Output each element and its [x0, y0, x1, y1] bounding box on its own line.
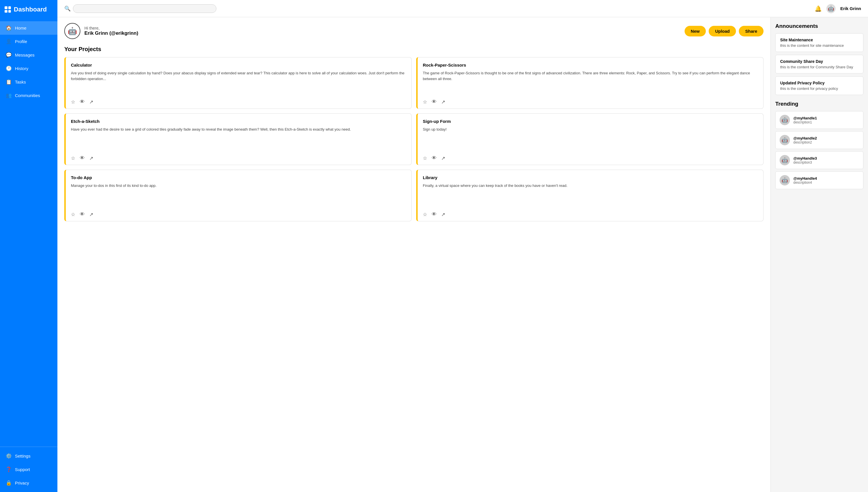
- announcement-privacy-policy: Updated Privacy Policy this is the conte…: [775, 76, 863, 95]
- star-icon[interactable]: ☆: [71, 212, 75, 218]
- trending-info-2: @myHandle2 description2: [793, 136, 817, 144]
- support-icon: ❓: [6, 466, 11, 472]
- project-card-calculator: Calculator Are you tired of doing every …: [64, 57, 412, 109]
- share-button[interactable]: Share: [739, 26, 764, 36]
- tasks-icon: 📋: [6, 79, 11, 85]
- content: 🤖 Hi there, Erik Grinn (@erikgrinn) New …: [57, 17, 868, 492]
- announcement-body-2: this is the content for Community Share …: [780, 65, 859, 69]
- trending-item-1[interactable]: 🤖 @myHandle1 description1: [775, 111, 863, 129]
- trending-avatar-1: 🤖: [779, 115, 790, 125]
- notification-icon[interactable]: 🔔: [815, 5, 822, 12]
- greeting-text: Hi there, Erik Grinn (@erikgrinn): [84, 26, 138, 36]
- view-icon[interactable]: 👁: [80, 155, 85, 161]
- sidebar-item-privacy[interactable]: 🔒 Privacy: [0, 476, 57, 490]
- user-avatar[interactable]: 🤖: [826, 4, 836, 13]
- greeting-buttons: New Upload Share: [685, 26, 764, 36]
- trending-handle-2: @myHandle2: [793, 136, 817, 140]
- search-input[interactable]: [73, 4, 217, 13]
- sidebar-title: Dashboard: [0, 0, 57, 19]
- project-actions-library: ☆ 👁 ↗: [423, 212, 758, 218]
- announcements-title: Announcements: [775, 23, 863, 29]
- project-desc-calculator: Are you tired of doing every single calc…: [71, 70, 406, 95]
- project-title-signup: Sign-up Form: [423, 119, 758, 124]
- announcement-title-1: Site Maintenance: [780, 38, 859, 42]
- sidebar-item-communities[interactable]: 👥 Communities: [0, 89, 57, 102]
- star-icon[interactable]: ☆: [423, 155, 427, 161]
- project-actions-signup: ☆ 👁 ↗: [423, 155, 758, 161]
- trending-info-3: @myHandle3 description3: [793, 156, 817, 165]
- greeting-bar: 🤖 Hi there, Erik Grinn (@erikgrinn) New …: [64, 23, 764, 39]
- main: 🔍 🔔 🤖 Erik Grinn 🤖 Hi there, Erik Grinn …: [57, 0, 868, 492]
- greeting-hi: Hi there,: [84, 26, 138, 30]
- topbar-right: 🔔 🤖 Erik Grinn: [815, 4, 861, 13]
- project-title-rps: Rock-Paper-Scissors: [423, 63, 758, 68]
- trending-title: Trending: [775, 101, 863, 107]
- sidebar: Dashboard 🏠 Home 👤 Profile 💬 Messages 🕐 …: [0, 0, 57, 492]
- trending-handle-1: @myHandle1: [793, 116, 817, 120]
- trending-handle-3: @myHandle3: [793, 156, 817, 161]
- share-icon[interactable]: ↗: [441, 99, 445, 105]
- announcement-body-3: this is the content for privacy policy: [780, 87, 859, 91]
- project-card-rps: Rock-Paper-Scissors The game of Rock-Pap…: [416, 57, 764, 109]
- history-icon: 🕐: [6, 66, 11, 72]
- sidebar-item-profile[interactable]: 👤 Profile: [0, 35, 57, 48]
- view-icon[interactable]: 👁: [432, 99, 437, 105]
- view-icon[interactable]: 👁: [80, 212, 85, 218]
- star-icon[interactable]: ☆: [71, 155, 75, 161]
- announcement-site-maintenance: Site Maintenance this is the content for…: [775, 33, 863, 52]
- sidebar-item-home[interactable]: 🏠 Home: [0, 21, 57, 35]
- settings-icon: ⚙️: [6, 453, 11, 459]
- star-icon[interactable]: ☆: [423, 99, 427, 105]
- sidebar-item-tasks[interactable]: 📋 Tasks: [0, 75, 57, 89]
- right-sidebar: Announcements Site Maintenance this is t…: [770, 17, 868, 492]
- dashboard-icon: [5, 6, 11, 13]
- share-icon[interactable]: ↗: [441, 155, 445, 161]
- share-icon[interactable]: ↗: [441, 212, 445, 218]
- sidebar-item-messages[interactable]: 💬 Messages: [0, 48, 57, 62]
- announcement-title-2: Community Share Day: [780, 59, 859, 64]
- project-title-todo: To-do App: [71, 175, 406, 180]
- project-desc-signup: Sign up today!: [423, 127, 758, 151]
- view-icon[interactable]: 👁: [432, 155, 437, 161]
- announcement-title-3: Updated Privacy Policy: [780, 81, 859, 85]
- profile-icon: 👤: [6, 39, 11, 45]
- trending-item-3[interactable]: 🤖 @myHandle3 description3: [775, 151, 863, 169]
- sidebar-item-settings[interactable]: ⚙️ Settings: [0, 449, 57, 463]
- project-title-library: Library: [423, 175, 758, 180]
- trending-avatar-3: 🤖: [779, 155, 790, 165]
- trending-info-4: @myHandle4 description4: [793, 176, 817, 184]
- upload-button[interactable]: Upload: [709, 26, 736, 36]
- share-icon[interactable]: ↗: [89, 99, 93, 105]
- trending-item-2[interactable]: 🤖 @myHandle2 description2: [775, 131, 863, 149]
- project-desc-library: Finally, a virtual space where you can k…: [423, 183, 758, 207]
- trending-desc-3: description3: [793, 161, 817, 165]
- share-icon[interactable]: ↗: [89, 212, 93, 218]
- user-name-label: Erik Grinn: [840, 6, 861, 11]
- view-icon[interactable]: 👁: [432, 212, 437, 218]
- sidebar-item-history[interactable]: 🕐 History: [0, 62, 57, 75]
- greeting-name: Erik Grinn (@erikgrinn): [84, 30, 138, 36]
- view-icon[interactable]: 👁: [80, 99, 85, 105]
- search-icon: 🔍: [64, 5, 71, 12]
- project-desc-etch: Have you ever had the desire to see a gr…: [71, 127, 406, 151]
- main-content: 🤖 Hi there, Erik Grinn (@erikgrinn) New …: [57, 17, 770, 492]
- trending-info-1: @myHandle1 description1: [793, 116, 817, 124]
- star-icon[interactable]: ☆: [423, 212, 427, 218]
- trending-desc-4: description4: [793, 180, 817, 184]
- trending-item-4[interactable]: 🤖 @myHandle4 description4: [775, 171, 863, 189]
- topbar: 🔍 🔔 🤖 Erik Grinn: [57, 0, 868, 17]
- project-actions-etch: ☆ 👁 ↗: [71, 155, 406, 161]
- new-button[interactable]: New: [685, 26, 706, 36]
- trending-handle-4: @myHandle4: [793, 176, 817, 180]
- project-desc-todo: Manage your to-dos in this first of its …: [71, 183, 406, 207]
- star-icon[interactable]: ☆: [71, 99, 75, 105]
- sidebar-item-support[interactable]: ❓ Support: [0, 463, 57, 476]
- project-card-library: Library Finally, a virtual space where y…: [416, 170, 764, 221]
- greeting-left: 🤖 Hi there, Erik Grinn (@erikgrinn): [64, 23, 138, 39]
- project-card-todo: To-do App Manage your to-dos in this fir…: [64, 170, 412, 221]
- privacy-icon: 🔒: [6, 480, 11, 486]
- share-icon[interactable]: ↗: [89, 155, 93, 161]
- projects-grid: Calculator Are you tired of doing every …: [64, 57, 764, 221]
- home-icon: 🏠: [6, 25, 11, 31]
- project-actions-rps: ☆ 👁 ↗: [423, 99, 758, 105]
